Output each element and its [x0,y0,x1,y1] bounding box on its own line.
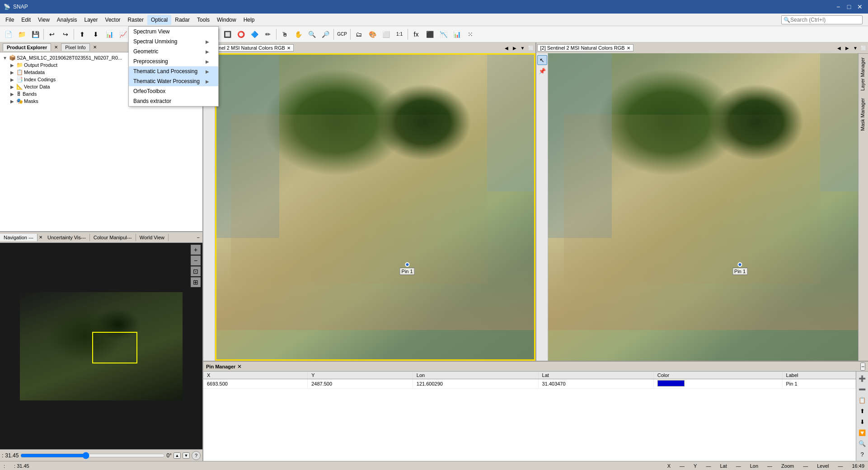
menu-item-spectral-unmixing[interactable]: Spectral Unmixing ▶ [129,37,218,47]
draw-poly-btn[interactable]: 🔷 [248,28,261,41]
pm-export-btn[interactable]: ⬇ [857,417,867,427]
zoom-in-btn[interactable]: 🔍 [305,28,318,41]
nav-zoom-1[interactable]: ⊞ [191,277,201,287]
export-btn[interactable]: ⬇ [89,28,102,41]
tool-pin-2[interactable]: 📌 [537,66,547,76]
graph-btn[interactable]: 📊 [103,28,116,41]
mask-btn[interactable]: ⬛ [423,28,436,41]
undo-btn[interactable]: ↩ [46,28,58,41]
close-pixel-info[interactable]: ✕ [92,44,98,51]
layer-btn[interactable]: 🗂 [352,28,365,41]
pm-remove-btn[interactable]: ➖ [857,384,867,394]
angle-up[interactable]: ▲ [174,452,181,459]
nav-zoom-fit[interactable]: ⊡ [191,266,201,276]
image-tab-1-close[interactable]: ✕ [287,46,291,51]
pm-import-btn[interactable]: ⬆ [857,406,867,416]
img-next-2[interactable]: ▶ [844,44,851,51]
image-content-2[interactable]: Pin 1 [548,53,868,361]
nav-zoom-in[interactable]: + [191,245,201,255]
menu-vector[interactable]: Vector [102,15,124,25]
pm-add-btn[interactable]: ➕ [857,373,867,383]
img-prev-1[interactable]: ◀ [503,44,510,51]
nav-tab-uncertainty[interactable]: Uncertainty Vis--- [44,234,90,241]
nav-slider[interactable] [20,452,164,459]
img-down-2[interactable]: ▼ [852,44,859,51]
cell-color[interactable] [653,379,782,389]
angle-down[interactable]: ▼ [183,452,190,459]
menu-help[interactable]: Help [240,15,258,25]
save-btn[interactable]: 💾 [29,28,42,41]
menu-analysis[interactable]: Analysis [53,15,81,25]
nav-zoom-out[interactable]: − [191,256,201,265]
tab-pixel-info[interactable]: Pixel Info [61,43,89,51]
img-maximize-2[interactable]: ⬜ [860,44,867,51]
menu-item-spectrum-view[interactable]: Spectrum View [129,27,218,37]
img-maximize-1[interactable]: ⬜ [527,44,535,51]
img-next-1[interactable]: ▶ [511,44,518,51]
new-btn[interactable]: 📄 [2,28,14,41]
nav-tab-navigation[interactable]: Navigation --- [0,234,38,241]
zoom-actual-btn[interactable]: 1:1 [393,28,406,41]
minimize-button[interactable]: − [834,2,843,11]
draw-rect-btn[interactable]: 🔲 [221,28,234,41]
pin-1[interactable]: Pin 1 [400,262,415,275]
select-btn[interactable]: 🖱 [278,28,291,41]
nav-close[interactable]: ✕ [38,234,44,241]
draw-freehand-btn[interactable]: ✏ [262,28,274,41]
tab-product-explorer[interactable]: Product Explorer [3,43,51,51]
spectrum-btn[interactable]: 📈 [117,28,129,41]
menu-item-thematic-land[interactable]: Thematic Land Processing ▶ [129,66,218,76]
img-prev-2[interactable]: ◀ [835,44,843,51]
table-row[interactable]: 6693.500 2487.500 121.600290 31.403470 P… [203,379,856,389]
image-content-1[interactable]: Pin 1 [215,53,535,361]
mask-manager-tab[interactable]: Mask Manager [859,94,868,135]
help-btn[interactable]: ? [192,451,201,460]
nav-collapse[interactable]: − [194,234,202,241]
pin-manager-close[interactable]: − [860,363,865,371]
band-math-btn[interactable]: fx [410,28,422,41]
menu-view[interactable]: View [34,15,53,25]
pan-btn[interactable]: ✋ [292,28,305,41]
pm-help-btn[interactable]: ? [857,449,867,459]
image-tab-2[interactable]: [2] Sentinel 2 MSI Natural Colors RGB ✕ [537,44,633,51]
menu-layer[interactable]: Layer [81,15,102,25]
search-input[interactable] [790,17,854,23]
image-tab-2-close[interactable]: ✕ [627,46,630,51]
open-btn[interactable]: 📁 [15,28,28,41]
profile-btn[interactable]: 📉 [437,28,450,41]
close-product-explorer[interactable]: ✕ [53,44,59,51]
menu-raster[interactable]: Raster [124,15,147,25]
menu-window[interactable]: Window [213,15,240,25]
pm-copy-btn[interactable]: 📋 [857,395,867,405]
menu-optical[interactable]: Optical [147,15,171,25]
nav-tab-colour[interactable]: Colour Manipul--- [90,234,136,241]
pin-2[interactable]: Pin 1 [732,262,747,275]
redo-btn[interactable]: ↪ [59,28,72,41]
zoom-fit-btn[interactable]: ⬜ [380,28,392,41]
color-manip-btn[interactable]: 🎨 [366,28,379,41]
pm-zoom-btn[interactable]: 🔍 [857,438,867,448]
scatter-btn[interactable]: ⁙ [464,28,477,41]
nav-tab-worldview[interactable]: World View [136,234,169,241]
maximize-button[interactable]: □ [845,2,854,11]
menu-item-bands-extractor[interactable]: Bands extractor [129,96,218,106]
menu-item-thematic-water[interactable]: Thematic Water Processing ▶ [129,76,218,86]
histogram-btn[interactable]: 📊 [450,28,463,41]
menu-edit[interactable]: Edit [18,15,34,25]
pm-filter-btn[interactable]: 🔽 [857,428,867,437]
menu-tools[interactable]: Tools [193,15,213,25]
img-down-1[interactable]: ▼ [519,44,526,51]
gcp2-btn[interactable]: GCP [336,28,348,41]
preprocessing-label: Preprocessing [133,58,168,65]
menu-file[interactable]: File [2,15,18,25]
menu-item-geometric[interactable]: Geometric ▶ [129,47,218,56]
layer-manager-tab[interactable]: Layer Manager [859,53,868,94]
menu-radar[interactable]: Radar [171,15,193,25]
import-btn[interactable]: ⬆ [76,28,89,41]
zoom-out-btn[interactable]: 🔎 [319,28,332,41]
menu-item-preprocessing[interactable]: Preprocessing ▶ [129,56,218,66]
tool-select-2[interactable]: ↖ [537,55,547,65]
close-button[interactable]: ✕ [855,2,864,11]
draw-ellipse-btn[interactable]: ⭕ [235,28,247,41]
menu-item-orfeo[interactable]: OrfeoToolbox [129,86,218,96]
